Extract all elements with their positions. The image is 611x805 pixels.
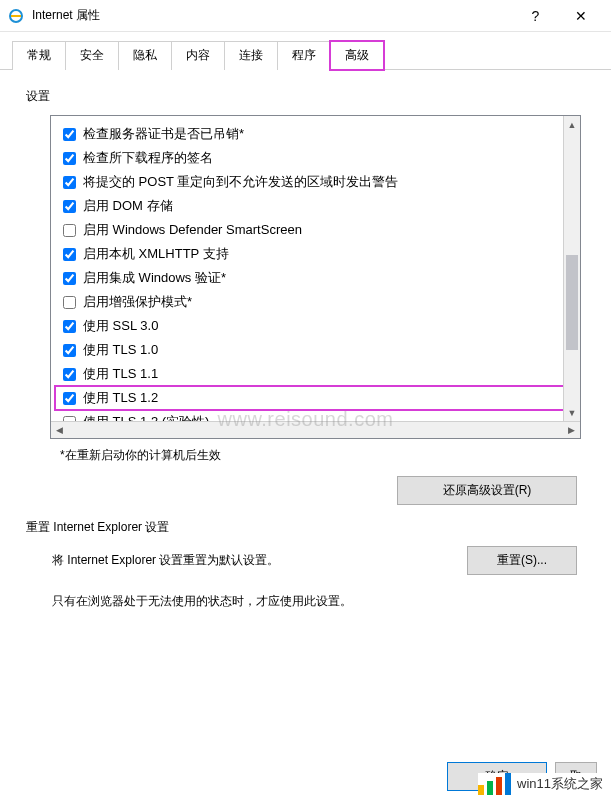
settings-item[interactable]: 检查所下载程序的签名 (55, 146, 576, 170)
settings-group-label: 设置 (20, 88, 591, 105)
scroll-thumb[interactable] (566, 255, 578, 350)
horizontal-scrollbar[interactable]: ◀ ▶ (51, 421, 580, 438)
settings-checkbox[interactable] (63, 152, 76, 165)
settings-item[interactable]: 将提交的 POST 重定向到不允许发送的区域时发出警告 (55, 170, 576, 194)
settings-checkbox[interactable] (63, 272, 76, 285)
settings-checkbox[interactable] (63, 200, 76, 213)
brand-logo-icon (478, 773, 511, 795)
settings-item[interactable]: 启用 DOM 存储 (55, 194, 576, 218)
settings-item[interactable]: 检查服务器证书是否已吊销* (55, 122, 576, 146)
settings-item-label: 使用 TLS 1.1 (83, 364, 158, 384)
tab-security[interactable]: 安全 (65, 41, 119, 70)
settings-checkbox[interactable] (63, 176, 76, 189)
brand-text: win11系统之家 (517, 775, 603, 793)
settings-item-label: 使用 SSL 3.0 (83, 316, 158, 336)
settings-item-label: 启用本机 XMLHTTP 支持 (83, 244, 229, 264)
settings-checkbox[interactable] (63, 344, 76, 357)
settings-item-label: 启用 DOM 存储 (83, 196, 173, 216)
settings-item-label: 检查服务器证书是否已吊销* (83, 124, 244, 144)
settings-checkbox[interactable] (63, 392, 76, 405)
reset-description: 将 Internet Explorer 设置重置为默认设置。 (52, 552, 279, 569)
settings-item[interactable]: 使用 TLS 1.3 (实验性) (55, 410, 576, 421)
settings-item[interactable]: 启用本机 XMLHTTP 支持 (55, 242, 576, 266)
settings-item[interactable]: 使用 TLS 1.1 (55, 362, 576, 386)
settings-checkbox[interactable] (63, 248, 76, 261)
settings-checkbox[interactable] (63, 128, 76, 141)
scroll-down-icon[interactable]: ▼ (564, 404, 580, 421)
settings-checkbox[interactable] (63, 296, 76, 309)
tab-general[interactable]: 常规 (12, 41, 66, 70)
reset-section-label: 重置 Internet Explorer 设置 (26, 519, 591, 536)
footer-brand: win11系统之家 (478, 773, 603, 795)
vertical-scrollbar[interactable]: ▲ ▼ (563, 116, 580, 421)
tab-connections[interactable]: 连接 (224, 41, 278, 70)
settings-item-label: 将提交的 POST 重定向到不允许发送的区域时发出警告 (83, 172, 398, 192)
reset-info: 只有在浏览器处于无法使用的状态时，才应使用此设置。 (20, 593, 591, 610)
tab-content[interactable]: 内容 (171, 41, 225, 70)
tab-content-area: 设置 检查服务器证书是否已吊销*检查所下载程序的签名将提交的 POST 重定向到… (0, 70, 611, 680)
settings-item-label: 检查所下载程序的签名 (83, 148, 213, 168)
reset-row: 将 Internet Explorer 设置重置为默认设置。 重置(S)... (20, 546, 591, 575)
help-button[interactable]: ? (513, 2, 558, 30)
settings-listbox: 检查服务器证书是否已吊销*检查所下载程序的签名将提交的 POST 重定向到不允许… (50, 115, 581, 439)
settings-checkbox[interactable] (63, 368, 76, 381)
settings-list: 检查服务器证书是否已吊销*检查所下载程序的签名将提交的 POST 重定向到不允许… (51, 116, 580, 421)
restore-advanced-button[interactable]: 还原高级设置(R) (397, 476, 577, 505)
settings-item[interactable]: 使用 SSL 3.0 (55, 314, 576, 338)
scroll-up-icon[interactable]: ▲ (564, 116, 580, 133)
settings-item[interactable]: 使用 TLS 1.0 (55, 338, 576, 362)
scroll-track[interactable] (564, 133, 580, 404)
scroll-left-icon[interactable]: ◀ (51, 422, 68, 439)
tab-advanced[interactable]: 高级 (330, 41, 384, 70)
reset-button[interactable]: 重置(S)... (467, 546, 577, 575)
tab-privacy[interactable]: 隐私 (118, 41, 172, 70)
restart-note: *在重新启动你的计算机后生效 (60, 447, 591, 464)
close-button[interactable]: ✕ (558, 2, 603, 30)
settings-item-label: 使用 TLS 1.0 (83, 340, 158, 360)
settings-checkbox[interactable] (63, 224, 76, 237)
settings-item[interactable]: 使用 TLS 1.2 (55, 386, 576, 410)
settings-item-label: 启用增强保护模式* (83, 292, 192, 312)
restore-row: 还原高级设置(R) (20, 476, 591, 505)
settings-item-label: 启用 Windows Defender SmartScreen (83, 220, 302, 240)
settings-item[interactable]: 启用集成 Windows 验证* (55, 266, 576, 290)
tab-strip: 常规 安全 隐私 内容 连接 程序 高级 (0, 32, 611, 70)
tab-programs[interactable]: 程序 (277, 41, 331, 70)
scroll-right-icon[interactable]: ▶ (563, 422, 580, 439)
window-title: Internet 属性 (32, 7, 513, 24)
settings-checkbox[interactable] (63, 320, 76, 333)
titlebar: Internet 属性 ? ✕ (0, 0, 611, 32)
settings-item[interactable]: 启用 Windows Defender SmartScreen (55, 218, 576, 242)
settings-item-label: 使用 TLS 1.2 (83, 388, 158, 408)
settings-item-label: 启用集成 Windows 验证* (83, 268, 226, 288)
ie-icon (8, 8, 24, 24)
settings-item-label: 使用 TLS 1.3 (实验性) (83, 412, 209, 421)
hscroll-track[interactable] (68, 422, 563, 438)
settings-item[interactable]: 启用增强保护模式* (55, 290, 576, 314)
